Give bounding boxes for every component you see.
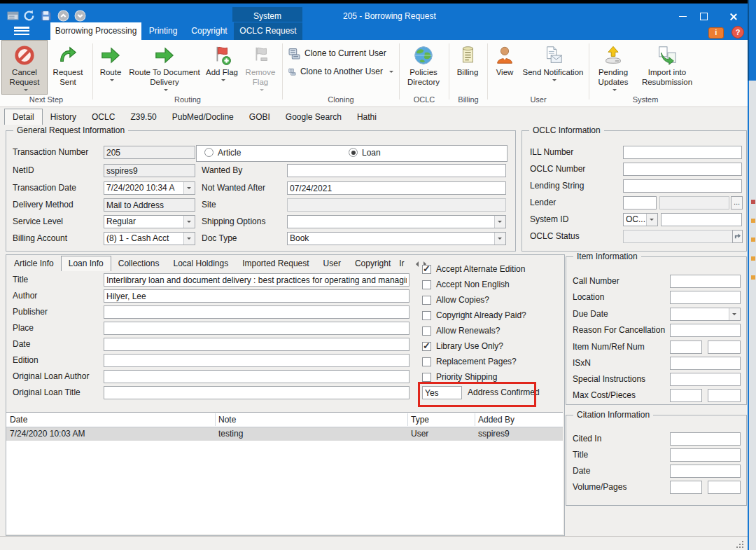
transaction-date-dropdown[interactable]: 7/24/2020 10:34 A (104, 181, 195, 195)
tab-imported-request[interactable]: Imported Request (235, 256, 316, 271)
checkbox-icon[interactable] (422, 326, 431, 336)
clone-to-current-user-button[interactable]: Clone to Current User (284, 44, 398, 62)
checkbox-icon[interactable] (422, 280, 431, 289)
volume-input[interactable] (670, 481, 702, 494)
tab-hathi[interactable]: Hathi (349, 109, 384, 125)
tab-detail[interactable]: Detail (4, 109, 43, 125)
tab-truncated[interactable]: Ir (398, 256, 410, 271)
tab-scroll-left-button[interactable] (411, 259, 420, 269)
author-input[interactable] (104, 289, 410, 303)
article-radio[interactable] (204, 148, 214, 157)
allow-renewals-checkbox[interactable]: Allow Renewals? (422, 325, 500, 336)
tab-pubmed-docline[interactable]: PubMed/Docline (164, 109, 241, 125)
lender-input[interactable] (623, 196, 657, 209)
chevron-down-icon[interactable] (646, 214, 657, 226)
title-input[interactable] (104, 273, 410, 287)
column-header-type[interactable]: Type (411, 413, 429, 427)
tab-oclc[interactable]: OCLC (84, 109, 122, 125)
tab-loan-info[interactable]: Loan Info (61, 256, 111, 271)
system-id-input[interactable] (661, 213, 742, 226)
accept-alternate-edition-checkbox[interactable]: Accept Alternate Edition (422, 263, 525, 275)
reason-for-cancellation-input[interactable] (670, 324, 741, 337)
original-loan-title-input[interactable] (104, 386, 410, 399)
netid-input[interactable] (104, 164, 195, 177)
checkbox-icon[interactable] (422, 265, 431, 274)
edition-input[interactable] (104, 354, 410, 367)
next-request-icon[interactable] (74, 10, 86, 22)
not-wanted-after-input[interactable] (287, 181, 506, 195)
publisher-input[interactable] (104, 305, 410, 319)
clone-to-another-user-button[interactable]: Clone to Another User (284, 62, 398, 81)
library-use-only-checkbox[interactable]: Library Use Only? (422, 341, 503, 352)
column-header-note[interactable]: Note (218, 413, 236, 427)
tab-gobi[interactable]: GOBI (241, 109, 278, 125)
add-flag-button[interactable]: Add Flag (202, 40, 241, 95)
place-input[interactable] (104, 322, 410, 335)
transaction-number-input[interactable] (104, 146, 195, 159)
note-row-selected[interactable]: 7/24/2020 10:03 AM testing User sspires9 (6, 427, 563, 441)
address-confirmed-input[interactable] (422, 386, 462, 399)
tab-history[interactable]: History (43, 109, 84, 125)
isxn-input[interactable] (670, 357, 741, 370)
max-cost-input[interactable] (670, 389, 702, 402)
refresh-icon[interactable] (23, 10, 35, 22)
loan-radio[interactable] (349, 148, 358, 157)
copyright-already-paid-checkbox[interactable]: Copyright Already Paid? (422, 310, 526, 321)
feedback-icon[interactable]: i (708, 27, 724, 39)
tab-local-holdings[interactable]: Local Holdings (166, 256, 235, 271)
ill-number-input[interactable] (623, 146, 742, 159)
oclc-status-refresh-button[interactable] (732, 230, 743, 243)
lender-lookup-button[interactable]: ... (731, 196, 743, 209)
chevron-down-icon[interactable] (183, 182, 195, 194)
window-menu-icon[interactable] (7, 10, 19, 22)
billing-account-dropdown[interactable]: (8) 1 - Cash Acct (104, 232, 195, 245)
tab-copyright[interactable]: Copyright (185, 22, 234, 40)
route-to-document-delivery-button[interactable]: Route To Document Delivery (127, 40, 202, 95)
checkbox-icon[interactable] (422, 311, 431, 320)
tab-borrowing-processing[interactable]: Borrowing Processing (50, 22, 141, 40)
ref-num-input[interactable] (708, 341, 741, 354)
checkbox-icon[interactable] (422, 296, 431, 305)
resize-grip[interactable] (736, 541, 743, 548)
tab-printing[interactable]: Printing (141, 22, 185, 40)
date-input[interactable] (104, 338, 410, 351)
oclc-number-input[interactable] (623, 163, 742, 176)
special-instructions-input[interactable] (670, 373, 741, 386)
previous-request-icon[interactable] (57, 10, 69, 22)
cancel-request-button[interactable]: Cancel Request (1, 40, 48, 95)
citation-title-input[interactable] (670, 448, 741, 462)
checkbox-icon[interactable] (422, 357, 431, 366)
chevron-down-icon[interactable] (183, 216, 195, 228)
column-header-date[interactable]: Date (10, 413, 27, 427)
system-id-dropdown[interactable]: OC... (623, 213, 658, 226)
help-icon[interactable]: ? (732, 26, 744, 39)
chevron-down-icon[interactable] (183, 233, 195, 245)
column-header-added-by[interactable]: Added By (478, 413, 514, 427)
priority-shipping-checkbox[interactable]: Priority Shipping (422, 371, 497, 383)
citation-date-input[interactable] (670, 465, 741, 478)
chevron-down-icon[interactable] (494, 216, 505, 228)
replacement-pages-checkbox[interactable]: Replacement Pages? (422, 356, 517, 367)
send-notification-button[interactable]: Send Notification (520, 40, 586, 95)
chevron-down-icon[interactable] (494, 233, 505, 245)
billing-button[interactable]: Billing (451, 40, 484, 95)
tab-user[interactable]: User (316, 256, 348, 271)
allow-copies-checkbox[interactable]: Allow Copies? (422, 294, 489, 305)
view-user-button[interactable]: View (489, 40, 520, 95)
tab-z3950[interactable]: Z39.50 (122, 109, 164, 125)
tab-oclc-request[interactable]: OCLC Request (234, 22, 302, 40)
tab-copyright[interactable]: Copyright (348, 256, 398, 271)
tab-google-search[interactable]: Google Search (278, 109, 349, 125)
chevron-down-icon[interactable] (729, 308, 740, 320)
shipping-options-dropdown[interactable] (287, 215, 506, 228)
pages-input[interactable] (708, 481, 741, 494)
checkbox-icon[interactable] (422, 342, 431, 351)
route-button[interactable]: Route (94, 40, 127, 95)
checkbox-icon[interactable] (422, 373, 431, 382)
policies-directory-button[interactable]: Policies Directory (401, 40, 446, 95)
save-icon[interactable] (40, 10, 52, 22)
hamburger-menu-icon[interactable] (14, 27, 29, 35)
tab-article-info[interactable]: Article Info (7, 256, 61, 271)
pending-updates-button[interactable]: Pending Updates (591, 40, 636, 95)
cited-in-input[interactable] (670, 432, 741, 446)
